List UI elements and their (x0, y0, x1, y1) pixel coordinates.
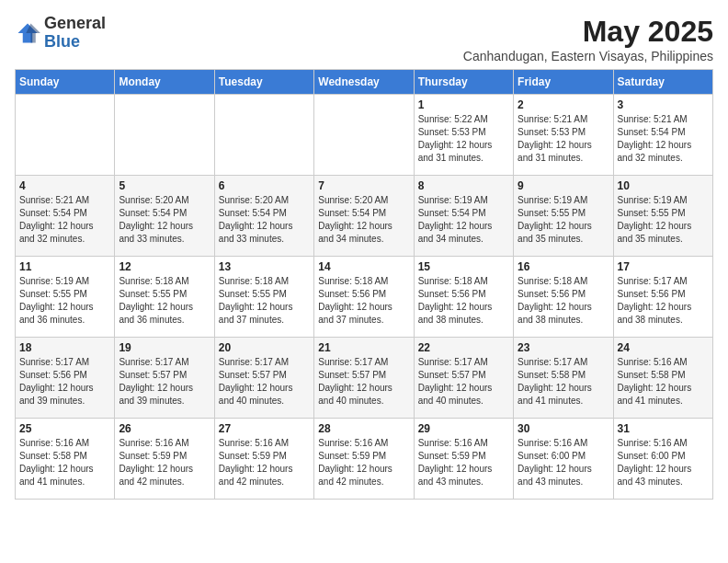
day-number: 22 (418, 341, 509, 354)
day-number: 24 (618, 341, 709, 354)
col-header-saturday: Saturday (613, 70, 712, 95)
calendar-cell: 22Sunrise: 5:17 AM Sunset: 5:57 PM Dayli… (414, 338, 513, 419)
day-number: 14 (318, 260, 409, 273)
day-info: Sunrise: 5:17 AM Sunset: 5:58 PM Dayligh… (518, 356, 609, 408)
week-row-5: 25Sunrise: 5:16 AM Sunset: 5:58 PM Dayli… (16, 419, 713, 500)
day-info: Sunrise: 5:16 AM Sunset: 5:59 PM Dayligh… (418, 437, 509, 488)
day-number: 9 (518, 179, 609, 192)
day-number: 15 (418, 260, 509, 273)
calendar-cell: 2Sunrise: 5:21 AM Sunset: 5:53 PM Daylig… (514, 95, 613, 176)
calendar-cell: 1Sunrise: 5:22 AM Sunset: 5:53 PM Daylig… (414, 95, 513, 176)
day-info: Sunrise: 5:20 AM Sunset: 5:54 PM Dayligh… (219, 194, 310, 246)
calendar-cell: 4Sunrise: 5:21 AM Sunset: 5:54 PM Daylig… (16, 176, 115, 257)
day-info: Sunrise: 5:19 AM Sunset: 5:55 PM Dayligh… (618, 194, 709, 246)
day-number: 20 (219, 341, 310, 354)
calendar-cell: 13Sunrise: 5:18 AM Sunset: 5:55 PM Dayli… (214, 257, 313, 338)
col-header-wednesday: Wednesday (314, 70, 414, 95)
day-info: Sunrise: 5:17 AM Sunset: 5:57 PM Dayligh… (119, 356, 210, 408)
day-number: 1 (418, 98, 509, 111)
day-number: 26 (119, 422, 210, 435)
calendar-cell: 15Sunrise: 5:18 AM Sunset: 5:56 PM Dayli… (414, 257, 513, 338)
day-info: Sunrise: 5:20 AM Sunset: 5:54 PM Dayligh… (318, 194, 409, 246)
calendar-cell: 14Sunrise: 5:18 AM Sunset: 5:56 PM Dayli… (314, 257, 414, 338)
calendar-cell: 26Sunrise: 5:16 AM Sunset: 5:59 PM Dayli… (115, 419, 214, 500)
calendar-table: SundayMondayTuesdayWednesdayThursdayFrid… (15, 69, 713, 500)
calendar-cell: 16Sunrise: 5:18 AM Sunset: 5:56 PM Dayli… (514, 257, 613, 338)
calendar-cell: 31Sunrise: 5:16 AM Sunset: 6:00 PM Dayli… (613, 419, 712, 500)
day-number: 23 (518, 341, 609, 354)
calendar-title: May 2025 (463, 15, 713, 49)
day-info: Sunrise: 5:16 AM Sunset: 5:59 PM Dayligh… (219, 437, 310, 488)
day-info: Sunrise: 5:18 AM Sunset: 5:56 PM Dayligh… (418, 275, 509, 327)
day-number: 17 (618, 260, 709, 273)
calendar-cell: 23Sunrise: 5:17 AM Sunset: 5:58 PM Dayli… (514, 338, 613, 419)
day-info: Sunrise: 5:17 AM Sunset: 5:57 PM Dayligh… (418, 356, 509, 408)
col-header-thursday: Thursday (414, 70, 513, 95)
logo: General Blue (15, 15, 106, 52)
day-number: 12 (119, 260, 210, 273)
day-info: Sunrise: 5:17 AM Sunset: 5:56 PM Dayligh… (618, 275, 709, 327)
calendar-cell: 21Sunrise: 5:17 AM Sunset: 5:57 PM Dayli… (314, 338, 414, 419)
day-number: 10 (618, 179, 709, 192)
day-info: Sunrise: 5:16 AM Sunset: 6:00 PM Dayligh… (618, 437, 709, 488)
day-info: Sunrise: 5:19 AM Sunset: 5:55 PM Dayligh… (19, 275, 110, 327)
day-number: 31 (618, 422, 709, 435)
day-info: Sunrise: 5:16 AM Sunset: 5:58 PM Dayligh… (618, 356, 709, 408)
page-header: General Blue May 2025 Canhandugan, Easte… (15, 15, 713, 63)
calendar-cell: 28Sunrise: 5:16 AM Sunset: 5:59 PM Dayli… (314, 419, 414, 500)
day-number: 2 (518, 98, 609, 111)
day-number: 18 (19, 341, 110, 354)
day-info: Sunrise: 5:18 AM Sunset: 5:56 PM Dayligh… (518, 275, 609, 327)
calendar-cell (314, 95, 414, 176)
day-number: 7 (318, 179, 409, 192)
day-info: Sunrise: 5:16 AM Sunset: 5:59 PM Dayligh… (119, 437, 210, 488)
calendar-cell: 25Sunrise: 5:16 AM Sunset: 5:58 PM Dayli… (16, 419, 115, 500)
day-number: 19 (119, 341, 210, 354)
calendar-cell (16, 95, 115, 176)
day-number: 11 (19, 260, 110, 273)
day-number: 30 (518, 422, 609, 435)
calendar-cell: 18Sunrise: 5:17 AM Sunset: 5:56 PM Dayli… (16, 338, 115, 419)
day-number: 16 (518, 260, 609, 273)
day-number: 25 (19, 422, 110, 435)
day-number: 13 (219, 260, 310, 273)
calendar-cell: 12Sunrise: 5:18 AM Sunset: 5:55 PM Dayli… (115, 257, 214, 338)
calendar-subtitle: Canhandugan, Eastern Visayas, Philippine… (463, 49, 713, 63)
day-info: Sunrise: 5:21 AM Sunset: 5:54 PM Dayligh… (618, 113, 709, 165)
day-info: Sunrise: 5:17 AM Sunset: 5:57 PM Dayligh… (318, 356, 409, 408)
calendar-cell: 6Sunrise: 5:20 AM Sunset: 5:54 PM Daylig… (214, 176, 313, 257)
calendar-cell: 5Sunrise: 5:20 AM Sunset: 5:54 PM Daylig… (115, 176, 214, 257)
col-header-monday: Monday (115, 70, 214, 95)
col-header-friday: Friday (514, 70, 613, 95)
logo-icon (15, 20, 40, 46)
calendar-cell: 27Sunrise: 5:16 AM Sunset: 5:59 PM Dayli… (214, 419, 313, 500)
title-block: May 2025 Canhandugan, Eastern Visayas, P… (463, 15, 713, 63)
day-info: Sunrise: 5:16 AM Sunset: 5:59 PM Dayligh… (318, 437, 409, 488)
calendar-cell: 9Sunrise: 5:19 AM Sunset: 5:55 PM Daylig… (514, 176, 613, 257)
calendar-cell: 10Sunrise: 5:19 AM Sunset: 5:55 PM Dayli… (613, 176, 712, 257)
day-info: Sunrise: 5:16 AM Sunset: 5:58 PM Dayligh… (19, 437, 110, 488)
day-number: 28 (318, 422, 409, 435)
calendar-cell (115, 95, 214, 176)
calendar-header: SundayMondayTuesdayWednesdayThursdayFrid… (16, 70, 713, 95)
week-row-3: 11Sunrise: 5:19 AM Sunset: 5:55 PM Dayli… (16, 257, 713, 338)
week-row-1: 1Sunrise: 5:22 AM Sunset: 5:53 PM Daylig… (16, 95, 713, 176)
calendar-cell: 24Sunrise: 5:16 AM Sunset: 5:58 PM Dayli… (613, 338, 712, 419)
calendar-cell: 30Sunrise: 5:16 AM Sunset: 6:00 PM Dayli… (514, 419, 613, 500)
day-number: 4 (19, 179, 110, 192)
day-number: 29 (418, 422, 509, 435)
calendar-cell: 11Sunrise: 5:19 AM Sunset: 5:55 PM Dayli… (16, 257, 115, 338)
day-info: Sunrise: 5:20 AM Sunset: 5:54 PM Dayligh… (119, 194, 210, 246)
col-header-sunday: Sunday (16, 70, 115, 95)
day-info: Sunrise: 5:18 AM Sunset: 5:55 PM Dayligh… (219, 275, 310, 327)
day-number: 8 (418, 179, 509, 192)
day-info: Sunrise: 5:18 AM Sunset: 5:56 PM Dayligh… (318, 275, 409, 327)
day-info: Sunrise: 5:22 AM Sunset: 5:53 PM Dayligh… (418, 113, 509, 165)
day-number: 27 (219, 422, 310, 435)
calendar-cell: 8Sunrise: 5:19 AM Sunset: 5:54 PM Daylig… (414, 176, 513, 257)
day-info: Sunrise: 5:21 AM Sunset: 5:54 PM Dayligh… (19, 194, 110, 246)
calendar-cell: 20Sunrise: 5:17 AM Sunset: 5:57 PM Dayli… (214, 338, 313, 419)
calendar-cell: 3Sunrise: 5:21 AM Sunset: 5:54 PM Daylig… (613, 95, 712, 176)
calendar-cell: 19Sunrise: 5:17 AM Sunset: 5:57 PM Dayli… (115, 338, 214, 419)
calendar-cell: 7Sunrise: 5:20 AM Sunset: 5:54 PM Daylig… (314, 176, 414, 257)
